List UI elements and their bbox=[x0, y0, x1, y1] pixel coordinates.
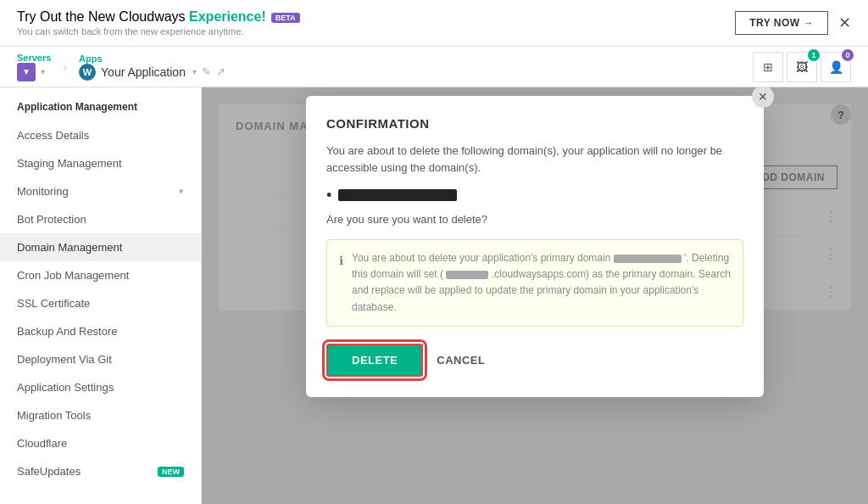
sidebar-item-cron-job[interactable]: Cron Job Management bbox=[0, 261, 201, 289]
modal-confirm-text: Are you sure you want to delete? bbox=[326, 213, 743, 226]
users-badge: 0 bbox=[842, 49, 854, 61]
cancel-button[interactable]: CANCEL bbox=[437, 354, 485, 367]
sidebar-item-monitoring[interactable]: Monitoring ▾ bbox=[0, 177, 201, 205]
banner-actions: TRY NOW → ✕ bbox=[735, 11, 851, 35]
users-button[interactable]: 👤 0 bbox=[821, 52, 851, 82]
sidebar-label: Migration Tools bbox=[17, 409, 91, 422]
redacted-domain-2 bbox=[446, 271, 488, 279]
try-now-button[interactable]: TRY NOW → bbox=[735, 11, 828, 35]
apps-label: Apps bbox=[79, 53, 225, 64]
banner-left: Try Out the New Cloudways Experience!BET… bbox=[17, 9, 300, 36]
sidebar-item-domain-management[interactable]: Domain Management bbox=[0, 233, 201, 261]
sidebar-item-ssl[interactable]: SSL Certificate bbox=[0, 289, 201, 317]
modal-overlay: ✕ CONFIRMATION You are about to delete t… bbox=[202, 87, 868, 504]
nav-bar: Servers ▼ ▾ › Apps W Your Application ▾ … bbox=[0, 47, 868, 87]
alerts-button[interactable]: 🖼 1 bbox=[787, 52, 817, 82]
main-layout: Application Management Access Details St… bbox=[0, 87, 868, 504]
content-area: DOMAIN MANAGEMENT DELETE ADD DOMAIN ⋮ ⋮ … bbox=[202, 87, 868, 504]
info-icon: ℹ bbox=[339, 251, 343, 316]
grid-view-button[interactable]: ⊞ bbox=[753, 52, 783, 82]
domain-redacted bbox=[338, 189, 457, 201]
banner-title-prefix: Try Out the New Cloudways bbox=[17, 9, 189, 24]
warning-text: You are about to delete your application… bbox=[352, 250, 731, 316]
external-link-icon[interactable]: ↗ bbox=[216, 65, 225, 78]
banner-subtitle: You can switch back from the new experie… bbox=[17, 26, 300, 36]
modal-title: CONFIRMATION bbox=[326, 116, 743, 131]
sidebar: Application Management Access Details St… bbox=[0, 87, 202, 504]
sidebar-label: Backup And Restore bbox=[17, 325, 118, 338]
chevron-down-icon: ▾ bbox=[179, 186, 184, 197]
warning-box: ℹ You are about to delete your applicati… bbox=[326, 239, 743, 327]
modal-buttons: DELETE CANCEL bbox=[326, 344, 743, 377]
servers-chevron: ▾ bbox=[41, 67, 45, 76]
banner-title-highlight: Experience! bbox=[189, 9, 266, 24]
sidebar-label: Bot Protection bbox=[17, 213, 86, 226]
nav-separator: › bbox=[63, 60, 67, 74]
delete-confirm-button[interactable]: DELETE bbox=[326, 344, 423, 377]
sidebar-label: Monitoring bbox=[17, 185, 69, 198]
sidebar-item-deployment[interactable]: Deployment Via Git bbox=[0, 345, 201, 373]
top-banner: Try Out the New Cloudways Experience!BET… bbox=[0, 0, 868, 47]
modal-description: You are about to delete the following do… bbox=[326, 143, 743, 176]
app-item-row[interactable]: W Your Application ▾ ✎ ↗ bbox=[79, 64, 225, 81]
server-item-row[interactable]: ▼ ▾ bbox=[17, 63, 51, 81]
sidebar-item-migration[interactable]: Migration Tools bbox=[0, 401, 201, 429]
new-badge: NEW bbox=[158, 467, 184, 477]
modal-close-button[interactable]: ✕ bbox=[752, 87, 774, 108]
sidebar-item-access-details[interactable]: Access Details bbox=[0, 121, 201, 149]
sidebar-label: Access Details bbox=[17, 129, 89, 142]
bullet-icon: • bbox=[326, 188, 331, 203]
domain-item: • bbox=[326, 188, 743, 203]
sidebar-item-safeupdates[interactable]: SafeUpdates NEW bbox=[0, 457, 201, 485]
sidebar-label: SafeUpdates bbox=[17, 465, 81, 478]
sidebar-label: Staging Management bbox=[17, 157, 122, 170]
sidebar-label: Domain Management bbox=[17, 241, 122, 254]
server-icon: ▼ bbox=[17, 63, 36, 81]
sidebar-section-title: Application Management bbox=[0, 101, 201, 121]
beta-badge: BETA bbox=[271, 13, 300, 23]
sidebar-item-staging[interactable]: Staging Management bbox=[0, 149, 201, 177]
sidebar-label: Cloudflare bbox=[17, 437, 67, 450]
sidebar-label: SSL Certificate bbox=[17, 297, 90, 310]
banner-title: Try Out the New Cloudways Experience!BET… bbox=[17, 9, 300, 25]
nav-servers[interactable]: Servers ▼ ▾ bbox=[17, 53, 51, 81]
app-name-label: Your Application bbox=[101, 65, 186, 79]
app-chevron: ▾ bbox=[192, 67, 197, 76]
sidebar-label: Cron Job Management bbox=[17, 269, 129, 282]
confirmation-modal: ✕ CONFIRMATION You are about to delete t… bbox=[306, 96, 764, 397]
redacted-domain bbox=[614, 255, 682, 263]
sidebar-label: Deployment Via Git bbox=[17, 353, 112, 366]
sidebar-item-backup[interactable]: Backup And Restore bbox=[0, 317, 201, 345]
nav-apps[interactable]: Apps W Your Application ▾ ✎ ↗ bbox=[79, 53, 225, 81]
servers-label: Servers bbox=[17, 53, 51, 63]
sidebar-item-bot-protection[interactable]: Bot Protection bbox=[0, 205, 201, 233]
edit-icon[interactable]: ✎ bbox=[202, 65, 211, 78]
sidebar-label: Application Settings bbox=[17, 381, 114, 394]
alerts-badge: 1 bbox=[808, 49, 820, 61]
sidebar-item-app-settings[interactable]: Application Settings bbox=[0, 373, 201, 401]
wordpress-icon: W bbox=[79, 64, 96, 81]
sidebar-item-cloudflare[interactable]: Cloudflare bbox=[0, 429, 201, 457]
banner-close-button[interactable]: ✕ bbox=[838, 15, 851, 31]
nav-right-icons: ⊞ 🖼 1 👤 0 bbox=[753, 52, 851, 82]
